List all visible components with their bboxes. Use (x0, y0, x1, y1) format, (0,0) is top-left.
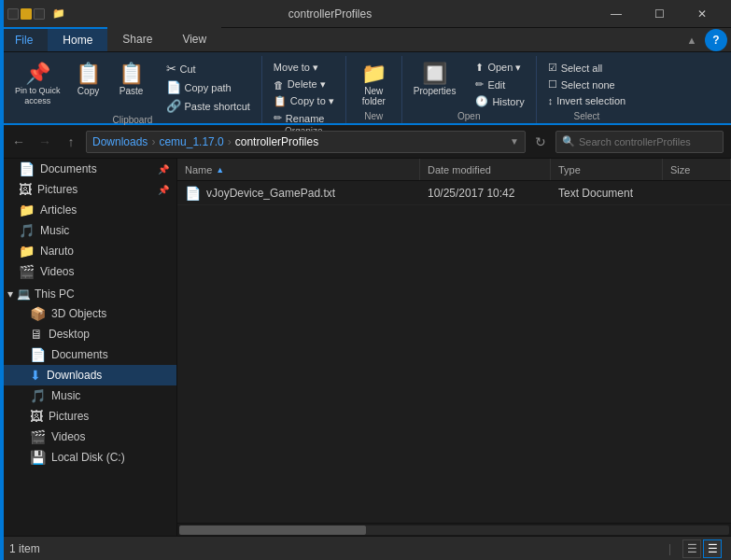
pin-to-quick-access-button[interactable]: 📌 Pin to Quickaccess (9, 60, 66, 110)
horizontal-scrollbar[interactable] (177, 523, 731, 536)
open-icon: ⬆ (475, 62, 484, 74)
breadcrumb-cemu[interactable]: cemu_1.17.0 (159, 135, 223, 148)
select-content: ☑ Select all ☐ Select none ↕ Invert sele… (542, 56, 631, 111)
sidebar-item-pictures2[interactable]: 🖼 Pictures (0, 406, 176, 427)
invert-selection-button[interactable]: ↕ Invert selection (542, 93, 631, 108)
new-folder-icon: 📁 (361, 63, 387, 84)
col-type[interactable]: Type (551, 159, 663, 180)
back-button[interactable]: ← (7, 131, 30, 153)
help-button[interactable]: ? (705, 29, 727, 51)
sidebar-item-desktop[interactable]: 🖥 Desktop (0, 324, 176, 344)
properties-button[interactable]: 🔲 Properties (408, 60, 462, 100)
minimize-button[interactable]: — (595, 0, 638, 28)
tab-view[interactable]: View (167, 27, 221, 51)
ribbon-tabs: File Home Share View ▲ ? (0, 28, 731, 52)
select-none-icon: ☐ (548, 78, 557, 91)
search-bar[interactable]: 🔍 (555, 131, 724, 153)
close-button[interactable]: ✕ (681, 0, 724, 28)
pictures-icon: 🖼 (19, 182, 32, 197)
open-button[interactable]: ⬆ Open ▾ (470, 60, 529, 76)
sidebar-item-videos[interactable]: 🎬 Videos (0, 261, 176, 282)
delete-icon: 🗑 (274, 79, 284, 91)
new-folder-label: Newfolder (362, 86, 386, 106)
sidebar-item-3dobjects[interactable]: 📦 3D Objects (0, 303, 176, 324)
sidebar-label-videos: Videos (40, 265, 74, 278)
file-list-header: Name ▲ Date modified Type Size (177, 159, 731, 181)
select-all-button[interactable]: ☑ Select all (542, 60, 631, 76)
sidebar-item-documents[interactable]: 📄 Documents 📌 (0, 159, 176, 179)
history-button[interactable]: 🕐 History (470, 93, 529, 109)
copy-to-icon: 📋 (274, 95, 287, 107)
sidebar-item-documents2[interactable]: 📄 Documents (0, 344, 176, 365)
sidebar-item-pictures[interactable]: 🖼 Pictures 📌 (0, 179, 176, 200)
tab-file[interactable]: File (0, 27, 48, 51)
paste-button[interactable]: 📋 Paste (111, 60, 152, 100)
copy-to-button[interactable]: 📋 Copy to ▾ (268, 93, 340, 109)
copy-button[interactable]: 📋 Copy (68, 60, 109, 100)
sidebar-item-downloads[interactable]: ⬇ Downloads (0, 365, 176, 385)
refresh-button[interactable]: ↻ (529, 131, 552, 153)
sidebar-item-localDisk[interactable]: 💾 Local Disk (C:) (0, 447, 176, 468)
delete-button[interactable]: 🗑 Delete ▾ (268, 77, 340, 92)
select-all-label: Select all (561, 63, 603, 74)
sidebar-this-pc-header[interactable]: ▾ 💻 This PC (0, 282, 176, 303)
cut-icon: ✂ (166, 62, 176, 76)
breadcrumb-sep-2: › (228, 135, 232, 148)
file-cell-date: 10/25/2017 10:42 (420, 181, 551, 204)
select-none-button[interactable]: ☐ Select none (542, 77, 631, 92)
sidebar-label-music: Music (40, 224, 69, 237)
3dobjects-icon: 📦 (30, 306, 46, 321)
file-row[interactable]: 📄 vJoyDevice_GamePad.txt 10/25/2017 10:4… (177, 181, 731, 205)
col-size[interactable]: Size (663, 159, 731, 180)
pin-pictures: 📌 (158, 185, 169, 195)
h-scroll-thumb[interactable] (179, 525, 366, 535)
copy-to-label: Copy to ▾ (290, 95, 334, 107)
desktop-icon: 🖥 (30, 327, 43, 342)
ribbon-collapse-button[interactable]: ▲ (682, 31, 701, 49)
sidebar-item-music2[interactable]: 🎵 Music (0, 385, 176, 406)
videos2-icon: 🎬 (30, 429, 46, 444)
sidebar-item-videos2[interactable]: 🎬 Videos (0, 427, 176, 447)
tab-share[interactable]: Share (107, 27, 167, 51)
file-cell-name: 📄 vJoyDevice_GamePad.txt (177, 181, 420, 204)
cut-label: Cut (180, 63, 196, 75)
breadcrumb-downloads[interactable]: Downloads (92, 135, 148, 148)
sidebar-label-documents: Documents (40, 162, 97, 175)
edit-button[interactable]: ✏ Edit (470, 77, 529, 92)
documents2-icon: 📄 (30, 347, 46, 362)
search-input[interactable] (579, 136, 717, 147)
this-pc-arrow: ▾ (7, 287, 13, 301)
tab-home[interactable]: Home (48, 27, 107, 51)
breadcrumb-dropdown-button[interactable]: ▼ (510, 136, 519, 147)
view-detail-button[interactable]: ☰ (703, 539, 722, 558)
ribbon-group-new: 📁 Newfolder New (346, 56, 402, 123)
cut-button[interactable]: ✂ Cut (161, 60, 256, 77)
view-list-button[interactable]: ☰ (682, 539, 701, 558)
copy-path-button[interactable]: 📄 Copy path (161, 78, 256, 96)
move-to-button[interactable]: Move to ▾ (268, 60, 340, 76)
breadcrumb-bar[interactable]: Downloads › cemu_1.17.0 › controllerProf… (86, 131, 526, 153)
maximize-button[interactable]: ☐ (638, 0, 681, 28)
clipboard-small-buttons: ✂ Cut 📄 Copy path 🔗 Paste shortcut (161, 60, 256, 115)
sidebar-item-music[interactable]: 🎵 Music (0, 220, 176, 241)
new-label: New (364, 111, 383, 123)
sidebar-item-articles[interactable]: 📁 Articles (0, 200, 176, 220)
sidebar-item-naruto[interactable]: 📁 Naruto (0, 241, 176, 261)
rename-button[interactable]: ✏ Rename (268, 110, 340, 126)
copy-label: Copy (77, 86, 99, 96)
breadcrumb-sep-1: › (151, 135, 155, 148)
new-folder-button[interactable]: 📁 Newfolder (353, 60, 394, 110)
delete-label: Delete ▾ (288, 78, 326, 91)
title-icon-3 (34, 8, 45, 20)
forward-button[interactable]: → (34, 131, 56, 153)
file-cell-type: Text Document (551, 181, 663, 204)
open-small-buttons: ⬆ Open ▾ ✏ Edit 🕐 History (470, 60, 529, 109)
up-button[interactable]: ↑ (60, 131, 82, 153)
paste-shortcut-button[interactable]: 🔗 Paste shortcut (161, 97, 256, 115)
col-name[interactable]: Name ▲ (177, 159, 420, 180)
h-scroll-track (179, 525, 729, 535)
sidebar-label-naruto: Naruto (40, 245, 74, 258)
col-date[interactable]: Date modified (420, 159, 551, 180)
pictures2-icon: 🖼 (30, 409, 43, 424)
properties-label: Properties (414, 86, 457, 96)
